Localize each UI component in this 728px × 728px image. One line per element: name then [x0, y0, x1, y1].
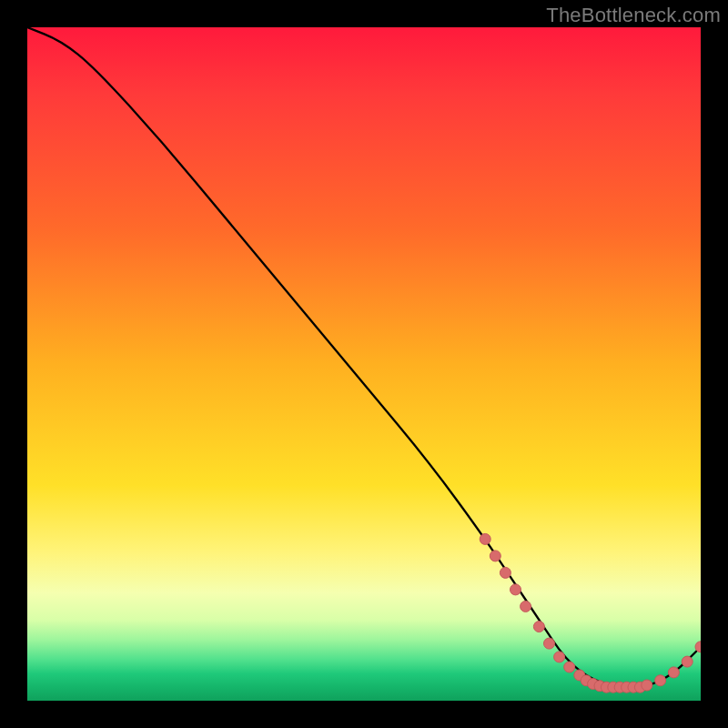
curve-marker [554, 652, 565, 662]
curve-marker [682, 656, 693, 667]
curve-marker [655, 675, 666, 686]
watermark-text: TheBottleneck.com [546, 4, 721, 27]
bottleneck-curve [27, 27, 701, 687]
curve-marker [642, 680, 652, 691]
curve-marker [500, 567, 511, 578]
plot-area [27, 27, 701, 701]
curve-marker [511, 584, 521, 595]
curve-marker [533, 622, 544, 632]
curve-marker [521, 601, 531, 612]
curve-marker [564, 662, 575, 672]
curve-marker [480, 533, 490, 544]
chart-overlay [27, 27, 701, 701]
chart-stage: TheBottleneck.com [0, 0, 728, 728]
curve-markers [480, 533, 701, 693]
curve-marker [490, 551, 500, 561]
curve-marker [668, 667, 679, 678]
curve-marker [544, 638, 555, 649]
